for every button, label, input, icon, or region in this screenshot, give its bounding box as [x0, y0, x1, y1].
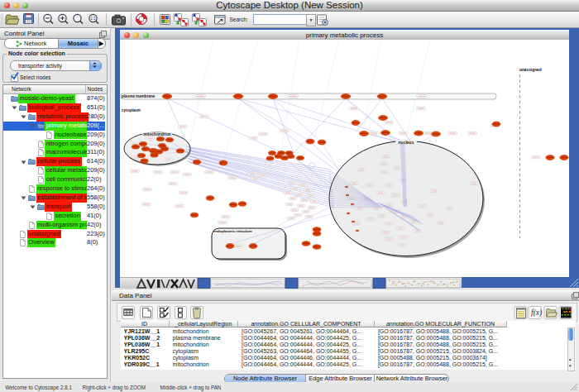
svg-text:unassigned: unassigned [519, 68, 542, 72]
svg-text:plasma membrane: plasma membrane [122, 94, 156, 98]
svg-text:cytoplasm: cytoplasm [122, 108, 141, 112]
svg-text:1:1: 1:1 [90, 17, 96, 21]
svg-text:nucleus: nucleus [399, 140, 414, 145]
svg-text:mitochondrion: mitochondrion [143, 132, 171, 136]
svg-text:f(x): f(x) [531, 308, 542, 318]
svg-text:endoplasmic reticulum: endoplasmic reticulum [213, 229, 252, 233]
